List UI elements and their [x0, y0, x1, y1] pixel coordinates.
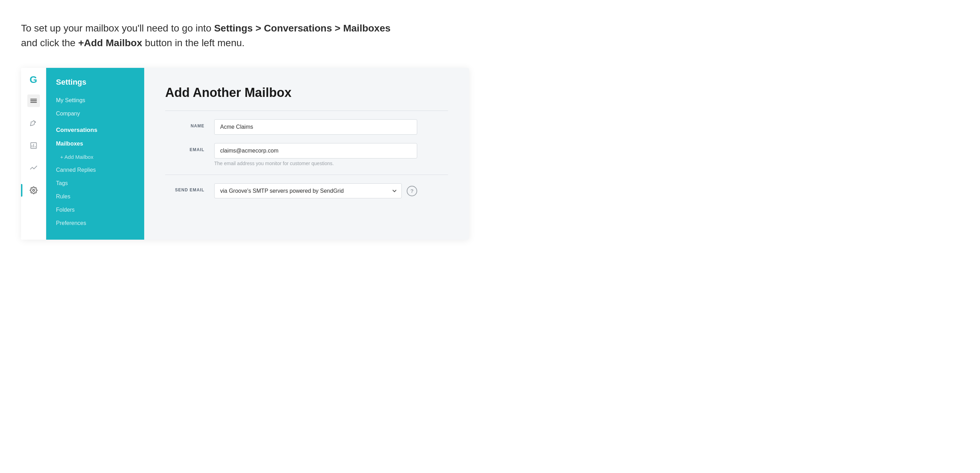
app-logo[interactable]: G	[30, 75, 37, 85]
divider-top	[165, 111, 448, 111]
divider-middle	[165, 175, 448, 175]
sidebar-item-add-mailbox[interactable]: + Add Mailbox	[46, 151, 144, 163]
app-container: G	[21, 68, 469, 240]
reports-nav-icon[interactable]	[27, 139, 40, 152]
compose-nav-icon[interactable]	[27, 117, 40, 129]
sidebar-item-preferences[interactable]: Preferences	[46, 217, 144, 230]
intro-text-end: button in the left menu.	[142, 37, 245, 48]
intro-paragraph: To set up your mailbox you'll need to go…	[21, 21, 406, 50]
sidebar-item-company[interactable]: Company	[46, 107, 144, 121]
intro-text-before: To set up your mailbox you'll need to go…	[21, 23, 214, 33]
send-email-field-container: via Groove's SMTP servers powered by Sen…	[214, 183, 417, 198]
email-input[interactable]	[214, 143, 417, 159]
send-email-select-row: via Groove's SMTP servers powered by Sen…	[214, 183, 417, 198]
help-icon[interactable]: ?	[407, 186, 417, 196]
intro-bold-button: +Add Mailbox	[78, 37, 142, 48]
intro-bold-path: Settings > Conversations > Mailboxes	[214, 23, 391, 33]
analytics-nav-icon[interactable]	[27, 162, 40, 174]
send-email-select[interactable]: via Groove's SMTP servers powered by Sen…	[214, 183, 402, 198]
main-content: Add Another Mailbox NAME EMAIL The email…	[144, 68, 469, 240]
sidebar-item-folders[interactable]: Folders	[46, 203, 144, 217]
sidebar-item-conversations-title[interactable]: Conversations	[46, 123, 144, 137]
name-input[interactable]	[214, 119, 417, 135]
intro-text-after: and click the	[21, 37, 78, 48]
name-field-row: NAME	[165, 119, 448, 135]
sidebar-item-my-settings[interactable]: My Settings	[46, 94, 144, 107]
icon-sidebar: G	[21, 68, 46, 240]
email-label: EMAIL	[165, 143, 214, 152]
send-email-label: SEND EMAIL	[165, 183, 214, 192]
settings-title: Settings	[46, 78, 144, 94]
active-indicator	[21, 184, 22, 197]
page-wrapper: To set up your mailbox you'll need to go…	[0, 0, 490, 260]
settings-sidebar: Settings My Settings Company Conversatio…	[46, 68, 144, 240]
menu-nav-icon[interactable]	[27, 94, 40, 107]
email-hint: The email address you monitor for custom…	[214, 160, 417, 166]
name-label: NAME	[165, 119, 214, 129]
send-email-field-row: SEND EMAIL via Groove's SMTP servers pow…	[165, 183, 448, 198]
page-title: Add Another Mailbox	[165, 86, 448, 100]
sidebar-item-canned-replies[interactable]: Canned Replies	[46, 163, 144, 177]
email-field-container: The email address you monitor for custom…	[214, 143, 417, 166]
email-field-row: EMAIL The email address you monitor for …	[165, 143, 448, 166]
name-field-container	[214, 119, 417, 135]
sidebar-item-tags[interactable]: Tags	[46, 177, 144, 190]
settings-nav-icon[interactable]	[27, 184, 40, 197]
svg-point-8	[33, 189, 35, 191]
sidebar-item-rules[interactable]: Rules	[46, 190, 144, 203]
sidebar-item-mailboxes[interactable]: Mailboxes	[46, 137, 144, 151]
